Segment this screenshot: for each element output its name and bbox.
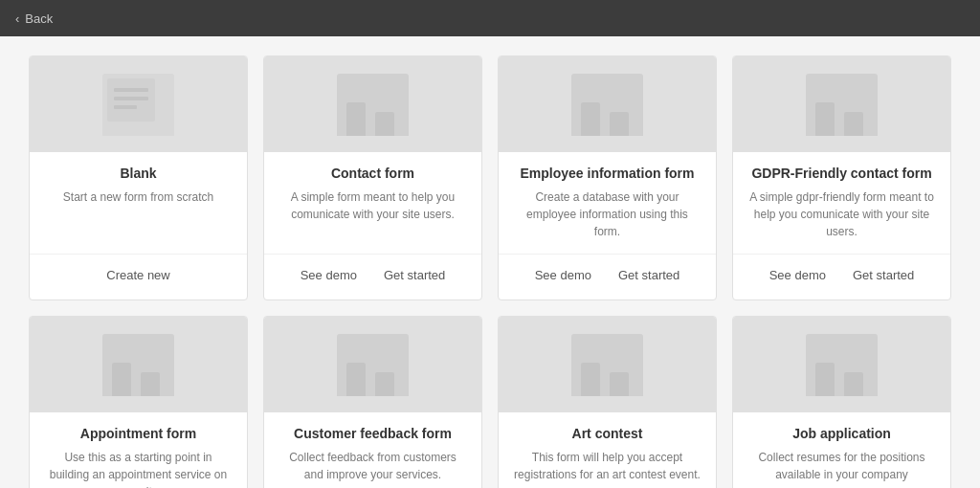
card-art-contest: Art contestThis form will help you accep… [498,316,717,488]
card-body-customer-feedback: Customer feedback formCollect feedback f… [264,412,481,488]
card-desc-contact-form: A simple form meant to help you comunica… [279,189,466,240]
see-demo-button-contact-form[interactable]: See demo [293,264,365,286]
card-desc-art-contest: This form will help you accept registrat… [514,449,701,488]
svg-rect-1 [114,88,148,92]
card-title-contact-form: Contact form [279,166,466,181]
card-thumbnail-gdpr-contact [733,56,950,152]
back-arrow-icon: ‹ [15,11,19,26]
create-new-button-blank[interactable]: Create new [99,264,177,286]
card-gdpr-contact: GDPR-Friendly contact formA simple gdpr-… [732,55,951,300]
see-demo-button-employee-info[interactable]: See demo [527,264,599,286]
get-started-button-contact-form[interactable]: Get started [376,264,453,286]
card-actions-blank: Create new [30,254,247,299]
card-thumbnail-employee-info [499,56,716,152]
card-thumbnail-art-contest [499,317,716,412]
card-actions-gdpr-contact: See demoGet started [733,254,950,299]
card-job-application: Job applicationCollect resumes for the p… [732,316,951,488]
svg-rect-2 [114,97,148,100]
card-desc-appointment: Use this as a starting point in building… [45,449,232,488]
card-body-art-contest: Art contestThis form will help you accep… [499,412,716,488]
card-thumbnail-blank [30,56,247,152]
card-appointment: Appointment formUse this as a starting p… [29,316,248,488]
see-demo-button-gdpr-contact[interactable]: See demo [762,264,834,286]
template-thumbnail-inner-job-application [806,334,878,396]
card-thumbnail-appointment [30,317,247,412]
card-title-job-application: Job application [748,426,935,441]
template-thumbnail-inner-employee-info [571,74,643,136]
back-label: Back [25,11,53,26]
blank-thumbnail-inner [102,74,174,136]
card-actions-employee-info: See demoGet started [499,254,716,299]
card-body-job-application: Job applicationCollect resumes for the p… [733,412,950,488]
card-desc-employee-info: Create a database with your employee inf… [514,189,701,240]
card-blank: BlankStart a new form from scratchCreate… [29,55,248,300]
card-employee-info: Employee information formCreate a databa… [498,55,717,300]
card-body-contact-form: Contact formA simple form meant to help … [264,152,481,254]
card-customer-feedback: Customer feedback formCollect feedback f… [263,316,482,488]
card-desc-customer-feedback: Collect feedback from customers and impr… [279,449,466,488]
get-started-button-employee-info[interactable]: Get started [611,264,687,286]
card-body-employee-info: Employee information formCreate a databa… [499,152,716,254]
card-contact-form: Contact formA simple form meant to help … [263,55,482,300]
card-title-art-contest: Art contest [514,426,701,441]
svg-rect-3 [114,105,137,109]
card-title-appointment: Appointment form [45,426,232,441]
card-body-gdpr-contact: GDPR-Friendly contact formA simple gdpr-… [733,152,950,254]
template-thumbnail-inner-contact-form [337,74,409,136]
card-title-customer-feedback: Customer feedback form [279,426,466,441]
card-title-blank: Blank [45,166,232,181]
template-thumbnail-inner-art-contest [571,334,643,396]
template-thumbnail-inner-customer-feedback [337,334,409,396]
template-thumbnail-inner-gdpr-contact [806,74,878,136]
top-bar: ‹ Back [0,0,980,36]
card-body-appointment: Appointment formUse this as a starting p… [30,412,247,488]
card-thumbnail-job-application [733,317,950,412]
card-thumbnail-customer-feedback [264,317,481,412]
back-button[interactable]: ‹ Back [15,11,53,26]
card-desc-job-application: Collect resumes for the positions availa… [748,449,935,488]
card-thumbnail-contact-form [264,56,481,152]
templates-grid: BlankStart a new form from scratchCreate… [29,55,951,488]
get-started-button-gdpr-contact[interactable]: Get started [845,264,922,286]
card-title-employee-info: Employee information form [514,166,701,181]
card-desc-gdpr-contact: A simple gdpr-friendly form meant to hel… [748,189,935,240]
card-body-blank: BlankStart a new form from scratch [30,152,247,254]
template-thumbnail-inner-appointment [102,334,174,396]
card-title-gdpr-contact: GDPR-Friendly contact form [748,166,935,181]
card-actions-contact-form: See demoGet started [264,254,481,299]
card-desc-blank: Start a new form from scratch [45,189,232,240]
main-content: BlankStart a new form from scratchCreate… [0,36,980,488]
